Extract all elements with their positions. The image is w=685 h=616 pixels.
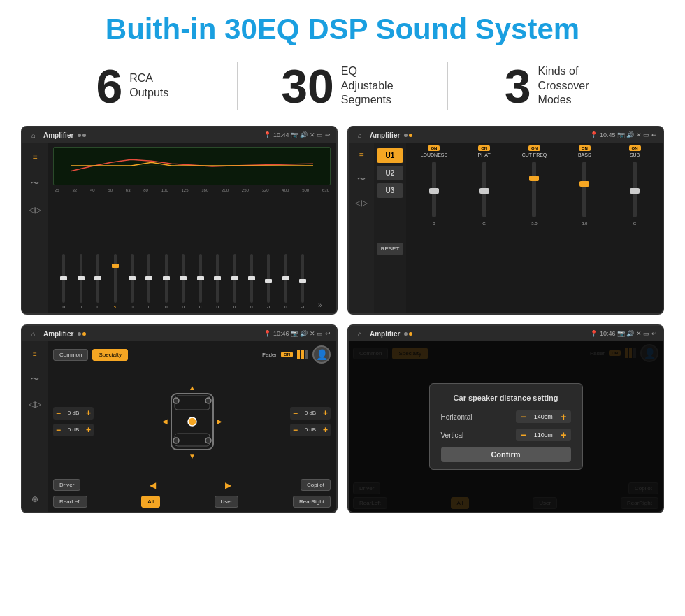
vertical-plus[interactable]: + [559, 430, 568, 440]
eq-expand[interactable]: » [312, 301, 328, 309]
topbar-time-4: 📍 10:46 📷 🔊 ✕ ▭ ↩ [590, 330, 657, 337]
val-tl: 0 dB [64, 410, 83, 416]
plus-tl[interactable]: + [86, 408, 91, 418]
phat-on[interactable]: ON [478, 145, 490, 151]
plus-bl[interactable]: + [86, 425, 91, 435]
eq-slider-14[interactable]: -1 [295, 254, 310, 309]
loudness-col: ON LOUDNESS 0 [410, 145, 458, 310]
minus-bl[interactable]: − [56, 425, 61, 435]
topbar-time-2: 📍 10:45 📷 🔊 ✕ ▭ ↩ [590, 131, 657, 138]
eq-icon[interactable]: ≡ [27, 148, 43, 165]
phat-slider[interactable] [482, 162, 486, 217]
rearleft-btn[interactable]: RearLeft [53, 496, 87, 508]
s3-top-row: Common Specialty Fader ON 👤 [53, 345, 331, 364]
eq-slider-12[interactable]: -1 [261, 254, 276, 309]
vol-icon-2[interactable]: ◁▷ [353, 194, 370, 211]
left-nav[interactable]: ◀ [150, 480, 156, 490]
val-br: 0 dB [301, 427, 320, 433]
home-icon-3: ⌂ [28, 328, 39, 339]
eq-slider-1[interactable]: 0 [73, 254, 88, 309]
avatar-icon[interactable]: 👤 [312, 345, 331, 364]
common-tab[interactable]: Common [53, 349, 88, 361]
specialty-tab[interactable]: Specialty [92, 349, 127, 361]
eq-slider-10[interactable]: 0 [226, 254, 242, 309]
right-nav[interactable]: ▶ [225, 480, 231, 490]
eq-slider-8[interactable]: 0 [193, 254, 208, 309]
screen2-body: ≡ 〜 ◁▷ U1 U2 U3 RESET ON LOUDNESS 0 [349, 143, 663, 313]
vol-icon-3[interactable]: ◁▷ [27, 396, 43, 413]
bass-val: 3.0 [582, 222, 587, 226]
copilot-btn[interactable]: Copilot [301, 479, 331, 491]
confirm-button[interactable]: Confirm [441, 447, 571, 462]
eq-slider-3[interactable]: 5 [107, 254, 122, 309]
topbar-title-4: Amplifier [370, 330, 400, 338]
u2-preset[interactable]: U2 [377, 166, 403, 180]
eq-slider-13[interactable]: 0 [278, 254, 294, 309]
u1-preset[interactable]: U1 [377, 148, 403, 163]
fader-on[interactable]: ON [281, 352, 293, 357]
screens-grid: ⌂ Amplifier 📍 10:44 📷 🔊 ✕ ▭ ↩ ≡ 〜 ◁▷ [0, 122, 685, 520]
cutfreq-slider[interactable] [532, 162, 536, 217]
eq-slider-7[interactable]: 0 [175, 254, 191, 309]
minus-tl[interactable]: − [56, 408, 61, 418]
screen-eq: ⌂ Amplifier 📍 10:44 📷 🔊 ✕ ▭ ↩ ≡ 〜 ◁▷ [21, 126, 338, 315]
bass-slider[interactable] [582, 162, 586, 217]
svg-text:◀: ◀ [162, 417, 168, 425]
vertical-minus[interactable]: − [519, 430, 527, 440]
topbar-time-1: 📍 10:44 📷 🔊 ✕ ▭ ↩ [264, 131, 331, 138]
svg-point-4 [188, 417, 196, 426]
wave-icon-3[interactable]: 〜 [27, 371, 43, 387]
bass-on[interactable]: ON [579, 145, 591, 151]
topbar-1: ⌂ Amplifier 📍 10:44 📷 🔊 ✕ ▭ ↩ [22, 127, 336, 143]
s3-main: Common Specialty Fader ON 👤 − [48, 341, 336, 512]
eq-slider-11[interactable]: 0 [244, 254, 259, 309]
wave-icon[interactable]: 〜 [27, 175, 43, 192]
eq-slider-5[interactable]: 0 [141, 254, 157, 309]
eq-slider-4[interactable]: 0 [124, 254, 140, 309]
eq-icon-3[interactable]: ≡ [27, 345, 43, 362]
wave-icon-2[interactable]: 〜 [353, 171, 370, 187]
screen1-body: ≡ 〜 ◁▷ 253240506380100125160200250320400… [22, 143, 336, 313]
svg-point-7 [173, 438, 179, 443]
eq-slider-6[interactable]: 0 [159, 254, 174, 309]
sub-slider[interactable] [633, 162, 637, 217]
horizontal-minus[interactable]: − [519, 412, 527, 422]
horizontal-plus[interactable]: + [559, 412, 568, 422]
dialog-horizontal-row: Horizontal − 140cm + [441, 410, 571, 423]
stat-eq: 30 EQ AdjustableSegments [252, 62, 433, 110]
eq-slider-0[interactable]: 0 [56, 254, 71, 309]
plus-tr[interactable]: + [323, 408, 328, 418]
eq-icon-2[interactable]: ≡ [353, 147, 370, 164]
dialog-overlay: Car speaker distance setting Horizontal … [349, 341, 663, 512]
eq-slider-9[interactable]: 0 [210, 254, 225, 309]
plus-br[interactable]: + [323, 425, 328, 435]
sub-on[interactable]: ON [629, 145, 641, 151]
minus-br[interactable]: − [293, 425, 298, 435]
dialog-title: Car speaker distance setting [441, 394, 571, 402]
vol-icon[interactable]: ◁▷ [27, 201, 43, 218]
reset-s2[interactable]: RESET [377, 243, 403, 255]
val-bl: 0 dB [64, 427, 83, 433]
topbar-3: ⌂ Amplifier 📍 10:46 📷 🔊 ✕ ▭ ↩ [22, 326, 336, 341]
loudness-on[interactable]: ON [428, 145, 440, 151]
svg-rect-3 [175, 434, 210, 446]
user-btn[interactable]: User [215, 496, 239, 508]
eq-slider-2[interactable]: 0 [90, 254, 106, 309]
db-row-bl: − 0 dB + [53, 424, 94, 436]
horizontal-label: Horizontal [441, 413, 483, 421]
topbar-dots-1 [78, 134, 86, 137]
left-db-controls: − 0 dB + − 0 dB + [53, 407, 94, 436]
screen-presets: ⌂ Amplifier 📍 10:45 📷 🔊 ✕ ▭ ↩ ≡ 〜 ◁▷ U1 … [347, 126, 664, 315]
all-btn[interactable]: All [141, 496, 160, 508]
screen-specialty: ⌂ Amplifier 📍 10:46 📷 🔊 ✕ ▭ ↩ ≡ 〜 ◁▷ ⊕ C… [21, 324, 338, 513]
driver-btn[interactable]: Driver [53, 479, 80, 491]
stat-rca: 6 RCAOutputs [42, 62, 223, 110]
u3-preset[interactable]: U3 [377, 183, 403, 198]
cutfreq-on[interactable]: ON [528, 145, 540, 151]
right-db-controls: − 0 dB + − 0 dB + [290, 407, 331, 436]
dot6 [82, 332, 86, 336]
rearright-btn[interactable]: RearRight [293, 496, 331, 508]
loudness-slider[interactable] [432, 162, 436, 217]
minus-tr[interactable]: − [293, 408, 298, 418]
expand-icon-3[interactable]: ⊕ [27, 491, 43, 508]
